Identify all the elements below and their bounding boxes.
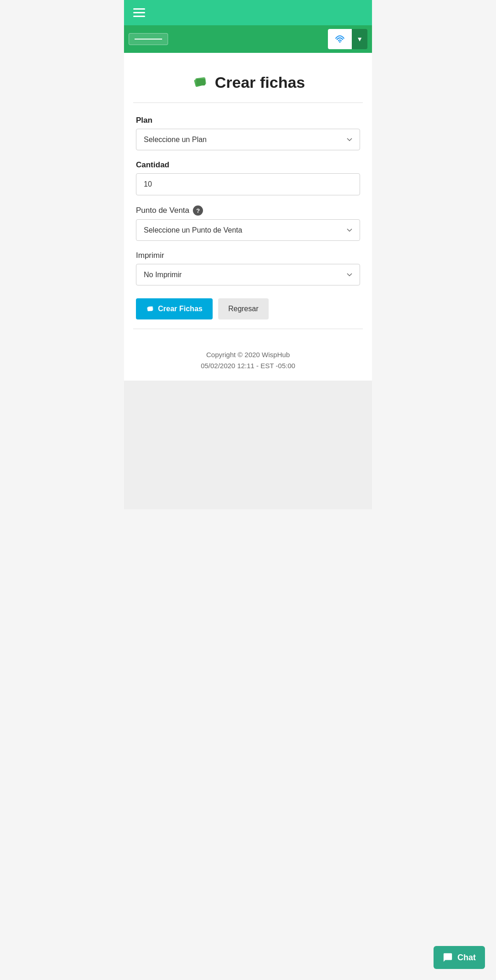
footer-divider: [133, 329, 363, 329]
secondary-bar: ▼: [124, 25, 372, 53]
page-title-icon: [191, 73, 209, 91]
imprimir-label: Imprimir: [136, 251, 360, 260]
svg-rect-7: [148, 307, 153, 311]
button-row: Crear Fichas Regresar: [136, 298, 360, 319]
title-divider: [133, 103, 363, 103]
crear-fichas-button[interactable]: Crear Fichas: [136, 298, 213, 319]
main-content: Crear fichas Plan Seleccione un Plan Can…: [124, 53, 372, 340]
gray-area: [124, 381, 372, 509]
svg-point-0: [334, 33, 346, 45]
copyright-text: Copyright © 2020 WispHub: [133, 349, 363, 360]
footer: Copyright © 2020 WispHub 05/02/2020 12:1…: [124, 340, 372, 381]
form-section: Plan Seleccione un Plan Cantidad Punto d…: [133, 116, 363, 319]
cantidad-input[interactable]: [136, 173, 360, 195]
punto-venta-label: Punto de Venta ?: [136, 205, 360, 216]
plan-label: Plan: [136, 116, 360, 125]
regresar-button[interactable]: Regresar: [218, 298, 269, 319]
cantidad-label: Cantidad: [136, 160, 360, 170]
menu-button[interactable]: [129, 33, 168, 46]
punto-venta-select[interactable]: Seleccione un Punto de Venta: [136, 219, 360, 241]
dropdown-arrow-icon[interactable]: ▼: [352, 32, 367, 46]
punto-venta-group: Punto de Venta ? Seleccione un Punto de …: [136, 205, 360, 241]
plan-group: Plan Seleccione un Plan: [136, 116, 360, 150]
svg-point-1: [339, 41, 341, 43]
cantidad-group: Cantidad: [136, 160, 360, 195]
top-bar: [124, 0, 372, 25]
wifi-button[interactable]: [328, 29, 352, 49]
svg-rect-4: [196, 79, 205, 85]
help-icon[interactable]: ?: [193, 205, 203, 216]
page-title-section: Crear fichas: [133, 64, 363, 103]
crear-fichas-icon: [146, 305, 154, 313]
imprimir-select[interactable]: No Imprimir Imprimir: [136, 264, 360, 285]
hamburger-menu-icon[interactable]: [133, 8, 145, 17]
plan-select[interactable]: Seleccione un Plan: [136, 129, 360, 150]
imprimir-group: Imprimir No Imprimir Imprimir: [136, 251, 360, 285]
page-title: Crear fichas: [215, 74, 305, 91]
wifi-icon: [333, 33, 346, 46]
datetime-text: 05/02/2020 12:11 - EST -05:00: [133, 360, 363, 371]
